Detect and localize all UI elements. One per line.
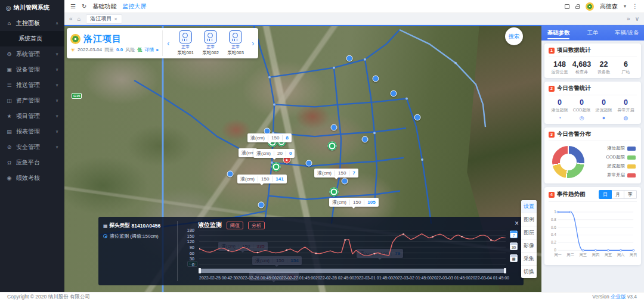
- map-tool-设置[interactable]: 设置: [521, 200, 537, 213]
- stat-value: 6: [615, 60, 637, 69]
- legend-item[interactable]: 淤泥超限: [606, 163, 636, 169]
- water-level-icon[interactable]: ◔: [549, 115, 571, 121]
- level-chart-brush[interactable]: [199, 269, 506, 273]
- card-alarm-stats: 2 今日告警统计 0液位超限◔0COD超限◎0淤泥超限●0异常开启◍: [544, 82, 641, 124]
- calendar-grid-icon[interactable]: ▦: [510, 254, 518, 262]
- risk-label: 风险: [125, 46, 135, 53]
- tooltip-value: 0: [289, 151, 292, 156]
- blue-marker[interactable]: [414, 114, 421, 121]
- blue-marker[interactable]: [227, 171, 234, 178]
- content-area: G15G15 ★ 液(cm)1508液(cm液(cm)200液(cm)1507液…: [64, 25, 644, 292]
- map-tool-影像[interactable]: 影像: [521, 239, 537, 253]
- fullscreen-icon[interactable]: [565, 4, 569, 9]
- sidebar-item-report-mgmt[interactable]: ▤报表管理∨: [0, 124, 64, 139]
- y-tick-label: 150: [187, 233, 194, 238]
- collapse-tabs-icon[interactable]: «: [69, 15, 73, 22]
- month-view-icon[interactable]: 30: [510, 242, 518, 250]
- green-marker[interactable]: [272, 163, 281, 172]
- safety-icon: ⊘: [6, 144, 13, 150]
- chevron-down-icon[interactable]: ▾: [624, 4, 626, 9]
- sidebar-item-asset-mgmt[interactable]: ◫资产管理∨: [0, 93, 64, 108]
- blue-marker[interactable]: [258, 202, 265, 208]
- right-tab-0[interactable]: 基础参数: [541, 25, 575, 41]
- trend-toggle-日[interactable]: 日: [599, 190, 612, 199]
- green-marker[interactable]: [330, 188, 339, 197]
- detail-link[interactable]: 详情: [144, 46, 154, 53]
- legend-item[interactable]: 异常开启: [606, 172, 636, 178]
- day-view-icon[interactable]: 7: [510, 231, 518, 238]
- station-card[interactable]: 正常泵站002: [198, 30, 223, 56]
- blue-marker[interactable]: [362, 136, 369, 143]
- blue-marker[interactable]: [342, 178, 348, 185]
- sidebar-item-push-mgmt[interactable]: ☰推送管理∨: [0, 77, 64, 93]
- project-name: 洛江项目: [83, 33, 122, 45]
- trend-toggle-月[interactable]: 月: [612, 190, 624, 199]
- version-edition[interactable]: 企业版: [611, 294, 626, 300]
- menu-tab-basic[interactable]: 基础功能: [92, 2, 116, 11]
- home-icon[interactable]: ⌂: [78, 15, 81, 22]
- stat-item: 0COD超限◎: [571, 98, 593, 121]
- station-card[interactable]: 正常泵站003: [223, 30, 248, 56]
- map-tool-图层[interactable]: 图层: [521, 226, 537, 239]
- right-tab-1[interactable]: 工单: [575, 25, 609, 41]
- refresh-icon[interactable]: ↻: [82, 3, 86, 10]
- tab-luojiang-project[interactable]: 洛江项目 ×: [86, 14, 122, 24]
- right-tab-2[interactable]: 车辆/设备: [610, 25, 644, 41]
- project-summary: 洛江项目 ☀ 2022-03-04 雨量 0.0 风险 低 详情 ▸: [70, 33, 159, 53]
- sidebar-item-project-mgmt[interactable]: ★项目管理∨: [0, 108, 64, 124]
- sidebar-item-emergency-platform[interactable]: Ω应急平台: [0, 155, 64, 170]
- hamburger-icon[interactable]: ☰: [70, 3, 76, 10]
- level-chart-ylabels: 0306090120150180: [182, 230, 197, 264]
- level-radio[interactable]: [103, 234, 107, 238]
- chevron-down-icon: ∨: [55, 67, 58, 72]
- blue-marker[interactable]: [331, 124, 338, 131]
- pump-icon: [229, 30, 242, 43]
- green-marker[interactable]: [328, 142, 337, 151]
- legend-item[interactable]: COD超限: [606, 154, 636, 160]
- sidebar-subitem-system-home[interactable]: 系统首页: [0, 31, 64, 46]
- stat-label: 设备数: [593, 69, 615, 75]
- carousel-prev-icon[interactable]: ‹: [166, 39, 170, 48]
- trend-toggle-季[interactable]: 季: [624, 190, 637, 199]
- risk-value: 低: [137, 46, 142, 53]
- station-card[interactable]: 正常泵站001: [173, 30, 198, 56]
- map-search-button[interactable]: 搜索: [505, 27, 523, 45]
- sidebar-item-safety-mgmt[interactable]: ⊘安全管理∨: [0, 139, 64, 155]
- detail-arrow-icon[interactable]: ▸: [156, 47, 159, 52]
- sidebar-item-label: 项目管理: [16, 112, 40, 120]
- map-tool-切换[interactable]: 切换: [521, 266, 537, 278]
- close-overlay-icon[interactable]: ×: [515, 220, 519, 227]
- sidebar-item-main-panel[interactable]: ⌂主控面板∧: [0, 15, 64, 31]
- menu-tab-monitor[interactable]: 监控大屏: [122, 2, 146, 11]
- close-tab-icon[interactable]: ×: [114, 16, 117, 22]
- sidebar-item-device-mgmt[interactable]: ▣设备管理∨: [0, 62, 64, 77]
- silt-icon[interactable]: ●: [593, 115, 615, 121]
- map-tool-采集[interactable]: 采集: [521, 253, 537, 266]
- tab-menu-icon[interactable]: ∨: [635, 15, 639, 22]
- sidebar-item-system-mgmt[interactable]: ⚙系统管理∨: [0, 46, 64, 62]
- x-tick-label: 2022-02-26 00:45:00: [238, 276, 277, 280]
- station-name: 泵站002: [198, 50, 223, 56]
- user-name[interactable]: 高德森: [600, 2, 618, 11]
- map-canvas[interactable]: G15G15 ★ 液(cm)1508液(cm液(cm)200液(cm)1507液…: [64, 25, 541, 292]
- avatar[interactable]: [586, 2, 594, 11]
- sidebar-item-performance-review[interactable]: ◉绩效考核: [0, 170, 64, 186]
- stat-value: 0: [593, 98, 615, 107]
- map-tool-图例[interactable]: 图例: [521, 213, 537, 226]
- expand-tabs-icon[interactable]: »: [627, 15, 630, 22]
- analyze-button[interactable]: 分析: [248, 222, 265, 229]
- divider: [258, 176, 258, 182]
- tooltip-value: 141: [275, 176, 283, 182]
- carousel-next-icon[interactable]: ›: [251, 39, 255, 48]
- more-menu-icon[interactable]: ⋮: [632, 3, 638, 10]
- alarm-icon[interactable]: ◍: [615, 115, 637, 121]
- lock-icon[interactable]: [575, 6, 580, 9]
- blue-marker[interactable]: [346, 55, 353, 62]
- blue-marker[interactable]: [373, 76, 379, 82]
- blue-marker[interactable]: [306, 160, 312, 167]
- gauge-icon[interactable]: ◎: [571, 115, 593, 121]
- station-list: 正常泵站001正常泵站002正常泵站003: [173, 30, 248, 56]
- blue-marker[interactable]: [391, 91, 397, 97]
- threshold-button[interactable]: 阈值: [227, 222, 243, 229]
- legend-item[interactable]: 液位超限: [606, 145, 636, 151]
